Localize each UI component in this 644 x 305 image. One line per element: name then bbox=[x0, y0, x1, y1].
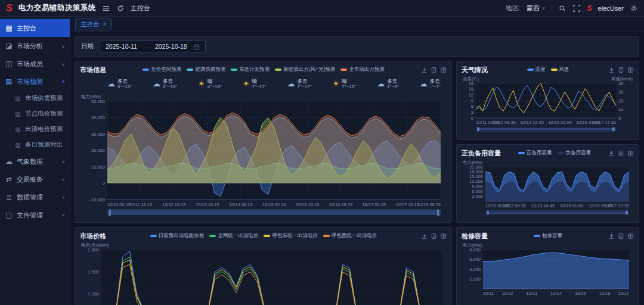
datazoom-handle-left[interactable] bbox=[477, 127, 479, 131]
legend-mark bbox=[534, 235, 540, 237]
svg-text:10/17 00:15: 10/17 00:15 bbox=[362, 202, 386, 207]
svg-text:10/17 17:30: 10/17 17:30 bbox=[592, 120, 616, 125]
layout-icon[interactable] bbox=[627, 233, 634, 239]
svg-text:10/17: 10/17 bbox=[618, 291, 629, 296]
divider bbox=[552, 5, 552, 12]
breadcrumb: 主控台 bbox=[131, 4, 150, 13]
download-icon[interactable] bbox=[421, 67, 428, 73]
legend-item[interactable]: 呼包西统一出清电价 bbox=[323, 232, 377, 239]
svg-text:18: 18 bbox=[469, 81, 473, 86]
panel-tools bbox=[421, 233, 447, 239]
datazoom-slider[interactable] bbox=[485, 210, 629, 215]
legend-item[interactable]: 全市场出力预测 bbox=[340, 66, 385, 73]
legend-item[interactable]: 正备用容量 bbox=[518, 150, 552, 157]
legend-mark bbox=[323, 235, 330, 237]
cloud-icon: ☁ bbox=[377, 80, 385, 88]
tab-console[interactable]: 主控台 × bbox=[75, 18, 112, 30]
datazoom-range[interactable] bbox=[109, 210, 439, 215]
bar-chart-icon: ▥ bbox=[14, 95, 21, 102]
report-icon[interactable] bbox=[618, 150, 624, 157]
sidebar-item-4[interactable]: ☁气象数据∨ bbox=[0, 152, 70, 170]
layout-icon[interactable] bbox=[440, 233, 447, 239]
date-range-picker[interactable]: 2025-10-11 → 2025-10-18 bbox=[100, 41, 206, 52]
trade-icon: ⇄ bbox=[5, 175, 13, 183]
layout-icon[interactable] bbox=[627, 150, 634, 157]
svg-text:10/15: 10/15 bbox=[575, 291, 586, 296]
chevron-down-icon: ∨ bbox=[61, 61, 65, 66]
forecast-item: ☁多云6°~18° bbox=[153, 79, 177, 90]
reserve-chart[interactable]: 电力(MW)3,0006,0009,00012,00015,00018,0002… bbox=[462, 158, 634, 208]
datazoom-range[interactable] bbox=[478, 128, 614, 130]
svg-text:15,000: 15,000 bbox=[469, 174, 483, 179]
legend-item[interactable]: 竞价空间预测 bbox=[143, 66, 181, 73]
sidebar-subitem[interactable]: ▥节点电价预测 bbox=[0, 106, 70, 122]
svg-text:10/14: 10/14 bbox=[550, 291, 562, 296]
datazoom-range[interactable] bbox=[487, 211, 627, 214]
report-icon[interactable] bbox=[431, 233, 437, 239]
sidebar-item-6[interactable]: ≣数据管理∨ bbox=[0, 188, 70, 206]
username[interactable]: elecUser bbox=[598, 5, 624, 12]
datazoom-handle-right[interactable] bbox=[612, 127, 615, 131]
sidebar: ▦主控台◪市场分析∨◫市场成员∨▤市场预测∧▥市场供需预测▥节点电价预测▥出清电… bbox=[0, 17, 70, 305]
legend-item[interactable]: 新能源出力(风+光)预测 bbox=[275, 66, 335, 73]
region-select[interactable]: 蒙西 ∨ bbox=[527, 4, 546, 13]
svg-text:1,500: 1,500 bbox=[88, 269, 99, 275]
legend-item[interactable]: 全网统一出清电价 bbox=[209, 232, 258, 239]
legend-item[interactable]: 东送计划预测 bbox=[231, 66, 270, 73]
sidebar-item-2[interactable]: ◫市场成员∨ bbox=[0, 55, 70, 73]
sidebar-item-0[interactable]: ▦主控台 bbox=[0, 19, 70, 37]
legend-mark bbox=[209, 235, 216, 237]
svg-text:-10,000: -10,000 bbox=[90, 197, 105, 203]
svg-text:10/15 16:15: 10/15 16:15 bbox=[296, 202, 320, 207]
layout-icon[interactable] bbox=[627, 67, 634, 73]
sidebar-item-5[interactable]: ⇄交易服务∨ bbox=[0, 170, 70, 188]
datazoom-slider[interactable] bbox=[107, 209, 441, 216]
sidebar-collapse-icon[interactable] bbox=[102, 4, 110, 13]
download-icon[interactable] bbox=[608, 67, 615, 73]
fullscreen-icon[interactable] bbox=[572, 4, 581, 13]
search-icon[interactable] bbox=[558, 4, 566, 13]
datazoom-handle-left[interactable] bbox=[487, 211, 489, 214]
download-icon[interactable] bbox=[608, 233, 615, 239]
chevron-down-icon: ∨ bbox=[542, 5, 546, 11]
data-icon: ≣ bbox=[5, 193, 13, 201]
legend-item[interactable]: 负备用容量 bbox=[558, 150, 592, 157]
price-chart[interactable]: 电价(元/MWh)9001,2001,5001,800 bbox=[80, 241, 447, 305]
maintenance-chart[interactable]: 电力(MW)2,0004,0006,0008,00010/1110/1210/1… bbox=[462, 241, 634, 296]
close-icon[interactable]: × bbox=[103, 21, 107, 27]
legend-item[interactable]: 温度 bbox=[527, 66, 546, 73]
sidebar-subitem[interactable]: ▥出清电价预测 bbox=[0, 122, 70, 137]
legend: 竞价空间预测统调负荷预测东送计划预测新能源出力(风+光)预测全市场出力预测 bbox=[110, 66, 417, 73]
sidebar-subitem[interactable]: ▥市场供需预测 bbox=[0, 91, 70, 106]
report-icon[interactable] bbox=[431, 67, 437, 73]
datazoom-handle-right[interactable] bbox=[626, 211, 628, 214]
datazoom-handle-right[interactable] bbox=[437, 210, 439, 216]
legend-item[interactable]: 统调负荷预测 bbox=[187, 66, 225, 73]
sidebar-subitem[interactable]: ▥多日预测对比 bbox=[0, 137, 70, 152]
report-icon[interactable] bbox=[618, 67, 624, 73]
legend-item[interactable]: 呼包东统一出清电价 bbox=[264, 232, 318, 239]
datazoom-slider[interactable] bbox=[476, 127, 616, 132]
sidebar-item-1[interactable]: ◪市场分析∨ bbox=[0, 37, 70, 55]
report-icon[interactable] bbox=[618, 233, 624, 239]
legend-item[interactable]: 风速 bbox=[551, 66, 569, 73]
refresh-icon[interactable] bbox=[116, 4, 125, 13]
datazoom-handle-left[interactable] bbox=[109, 210, 111, 216]
svg-text:15: 15 bbox=[469, 86, 473, 92]
layout-icon[interactable] bbox=[440, 67, 447, 73]
legend: 温度风速 bbox=[491, 66, 605, 73]
weather-icon: ☁ bbox=[5, 157, 13, 166]
sidebar-item-3[interactable]: ▤市场预测∧ bbox=[0, 73, 70, 91]
gear-icon[interactable] bbox=[630, 4, 638, 13]
download-icon[interactable] bbox=[421, 233, 428, 239]
sidebar-item-7[interactable]: ▢文件管理∨ bbox=[0, 206, 70, 224]
weather-chart[interactable]: 温度(℃)风速(km/h)036912151801020304010/11 00… bbox=[462, 75, 634, 125]
chevron-down-icon: ∨ bbox=[61, 213, 65, 217]
legend-item[interactable]: 检修容量 bbox=[534, 232, 562, 239]
chevron-up-icon: ∧ bbox=[61, 79, 65, 83]
legend-item[interactable]: 日前预出清电能价格 bbox=[150, 232, 205, 239]
download-icon[interactable] bbox=[608, 150, 615, 157]
market-info-chart[interactable]: 电力(MW)-10,000010,00020,00030,00040,00050… bbox=[80, 93, 447, 207]
svg-text:0: 0 bbox=[471, 116, 473, 121]
svg-text:18,000: 18,000 bbox=[469, 169, 483, 175]
